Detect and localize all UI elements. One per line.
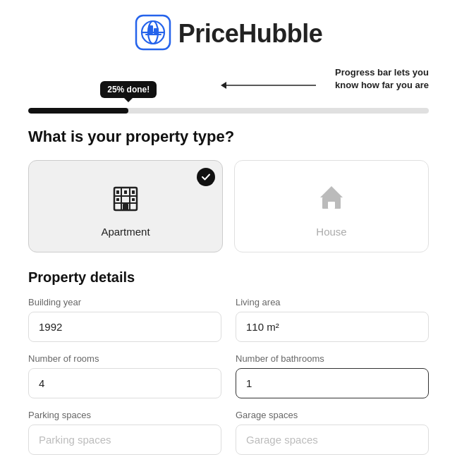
num-bathrooms-input[interactable] (236, 368, 429, 398)
living-area-group: Living area (236, 297, 429, 342)
progress-section: Progress bar lets you know how far you a… (28, 66, 429, 105)
svg-rect-15 (124, 190, 127, 194)
progress-track (28, 108, 429, 114)
progress-fill (28, 108, 128, 114)
house-icon (315, 181, 348, 219)
svg-rect-19 (123, 204, 128, 210)
garage-spaces-label: Garage spaces (236, 410, 429, 420)
svg-rect-22 (328, 202, 335, 209)
arrow-icon (221, 79, 319, 94)
living-area-input[interactable] (236, 312, 429, 342)
logo-icon (135, 14, 171, 54)
property-details-form: Building year Living area Number of room… (28, 297, 429, 455)
apartment-icon (109, 181, 142, 219)
svg-marker-20 (320, 186, 343, 197)
property-type-question: What is your property type? (28, 128, 429, 146)
parking-spaces-label: Parking spaces (28, 410, 221, 420)
progress-annotation: Progress bar lets you know how far you a… (316, 66, 429, 92)
num-rooms-input[interactable] (28, 368, 221, 398)
svg-rect-14 (116, 190, 119, 194)
num-bathrooms-label: Number of bathrooms (236, 353, 429, 364)
building-year-group: Building year (28, 297, 221, 342)
num-rooms-label: Number of rooms (28, 353, 221, 364)
num-rooms-group: Number of rooms (28, 353, 221, 398)
progress-bar-area: 25% done! (28, 108, 429, 114)
num-bathrooms-group: Number of bathrooms (236, 353, 429, 398)
property-details-title: Property details (28, 269, 429, 286)
building-year-input[interactable] (28, 312, 221, 342)
house-label: House (316, 226, 346, 238)
svg-rect-17 (116, 198, 119, 201)
selected-check (197, 168, 215, 186)
svg-rect-18 (132, 198, 135, 201)
parking-spaces-group: Parking spaces (28, 410, 221, 455)
garage-spaces-group: Garage spaces (236, 410, 429, 455)
logo-text: PriceHubble (178, 19, 323, 49)
house-card[interactable]: House (234, 160, 429, 252)
property-type-cards: Apartment House (28, 160, 429, 252)
svg-rect-16 (132, 190, 135, 194)
svg-rect-4 (148, 25, 153, 34)
living-area-label: Living area (236, 297, 429, 307)
parking-spaces-input[interactable] (28, 425, 221, 455)
progress-tooltip: 25% done! (100, 81, 157, 98)
apartment-label: Apartment (101, 226, 150, 238)
building-year-label: Building year (28, 297, 221, 307)
logo: PriceHubble (135, 14, 323, 54)
svg-marker-8 (221, 82, 226, 89)
svg-rect-6 (145, 34, 162, 35)
svg-rect-5 (154, 28, 159, 34)
apartment-card[interactable]: Apartment (28, 160, 223, 252)
garage-spaces-input[interactable] (236, 425, 429, 455)
